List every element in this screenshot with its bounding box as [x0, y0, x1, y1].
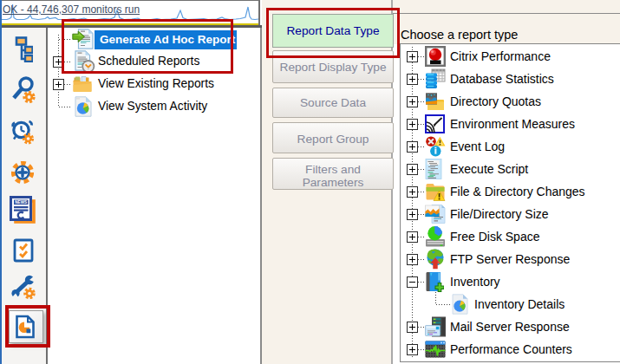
svg-text:NEWS: NEWS — [15, 200, 27, 205]
